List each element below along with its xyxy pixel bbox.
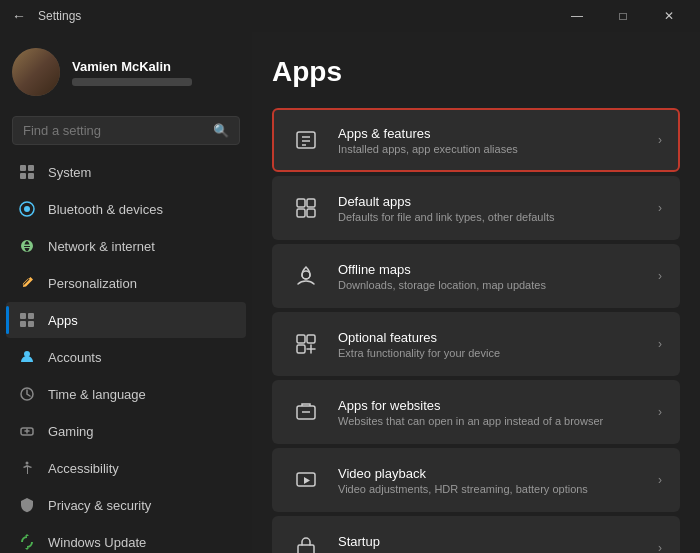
default-apps-desc: Defaults for file and link types, other … — [338, 211, 642, 223]
sidebar-item-apps[interactable]: Apps — [6, 302, 246, 338]
close-button[interactable]: ✕ — [646, 0, 692, 32]
network-icon — [18, 237, 36, 255]
time-icon — [18, 385, 36, 403]
user-info: Vamien McKalin — [72, 59, 192, 86]
personalization-icon — [18, 274, 36, 292]
sidebar-item-bluetooth[interactable]: Bluetooth & devices — [6, 191, 246, 227]
svg-marker-31 — [304, 477, 310, 484]
maximize-button[interactable]: □ — [600, 0, 646, 32]
video-playback-icon — [290, 464, 322, 496]
apps-websites-chevron: › — [658, 405, 662, 419]
svg-rect-7 — [28, 313, 34, 319]
setting-item-startup[interactable]: Startup Apps that start automatically wh… — [272, 516, 680, 553]
user-name: Vamien McKalin — [72, 59, 192, 74]
content-area: Apps Apps & features Installed apps, app… — [252, 32, 700, 553]
setting-text-startup: Startup Apps that start automatically wh… — [338, 534, 642, 554]
setting-item-video-playback[interactable]: Video playback Video adjustments, HDR st… — [272, 448, 680, 512]
privacy-icon — [18, 496, 36, 514]
gaming-icon — [18, 422, 36, 440]
svg-rect-2 — [20, 173, 26, 179]
sidebar-item-update[interactable]: Windows Update — [6, 524, 246, 553]
setting-text-apps-features: Apps & features Installed apps, app exec… — [338, 126, 642, 155]
user-email — [72, 78, 192, 86]
nav-list: System Bluetooth & devices Network & int… — [0, 153, 252, 553]
sidebar-item-label-system: System — [48, 165, 91, 180]
search-icon: 🔍 — [213, 123, 229, 138]
apps-features-desc: Installed apps, app execution aliases — [338, 143, 642, 155]
video-playback-name: Video playback — [338, 466, 642, 481]
setting-text-video-playback: Video playback Video adjustments, HDR st… — [338, 466, 642, 495]
startup-name: Startup — [338, 534, 642, 549]
search-box[interactable]: 🔍 — [12, 116, 240, 145]
sidebar: Vamien McKalin 🔍 System Bluetooth & devi… — [0, 32, 252, 553]
page-title: Apps — [272, 56, 680, 88]
offline-maps-desc: Downloads, storage location, map updates — [338, 279, 642, 291]
apps-features-name: Apps & features — [338, 126, 642, 141]
optional-features-name: Optional features — [338, 330, 642, 345]
avatar-image — [12, 48, 60, 96]
sidebar-item-label-apps: Apps — [48, 313, 78, 328]
sidebar-item-gaming[interactable]: Gaming — [6, 413, 246, 449]
sidebar-item-personalization[interactable]: Personalization — [6, 265, 246, 301]
sidebar-item-label-accounts: Accounts — [48, 350, 101, 365]
svg-rect-6 — [20, 313, 26, 319]
optional-features-icon — [290, 328, 322, 360]
back-button[interactable]: ← — [8, 4, 30, 28]
svg-rect-9 — [28, 321, 34, 327]
accounts-icon — [18, 348, 36, 366]
default-apps-icon — [290, 192, 322, 224]
sidebar-item-label-personalization: Personalization — [48, 276, 137, 291]
sidebar-item-label-privacy: Privacy & security — [48, 498, 151, 513]
sidebar-item-accessibility[interactable]: Accessibility — [6, 450, 246, 486]
setting-item-optional-features[interactable]: Optional features Extra functionality fo… — [272, 312, 680, 376]
apps-websites-icon — [290, 396, 322, 428]
sidebar-item-privacy[interactable]: Privacy & security — [6, 487, 246, 523]
sidebar-item-label-update: Windows Update — [48, 535, 146, 550]
offline-maps-icon — [290, 260, 322, 292]
startup-chevron: › — [658, 541, 662, 553]
sidebar-item-accounts[interactable]: Accounts — [6, 339, 246, 375]
setting-item-default-apps[interactable]: Default apps Defaults for file and link … — [272, 176, 680, 240]
svg-point-5 — [24, 206, 30, 212]
setting-item-apps-websites[interactable]: Apps for websites Websites that can open… — [272, 380, 680, 444]
svg-point-13 — [26, 462, 29, 465]
svg-rect-23 — [297, 335, 305, 343]
system-icon — [18, 163, 36, 181]
svg-rect-0 — [20, 165, 26, 171]
sidebar-item-system[interactable]: System — [6, 154, 246, 190]
minimize-button[interactable]: — — [554, 0, 600, 32]
accessibility-icon — [18, 459, 36, 477]
apps-websites-desc: Websites that can open in an app instead… — [338, 415, 642, 427]
apps-websites-name: Apps for websites — [338, 398, 642, 413]
sidebar-item-label-accessibility: Accessibility — [48, 461, 119, 476]
setting-text-apps-websites: Apps for websites Websites that can open… — [338, 398, 642, 427]
sidebar-item-time[interactable]: Time & language — [6, 376, 246, 412]
svg-rect-25 — [297, 345, 305, 353]
sidebar-item-label-bluetooth: Bluetooth & devices — [48, 202, 163, 217]
svg-rect-18 — [297, 199, 305, 207]
setting-text-optional-features: Optional features Extra functionality fo… — [338, 330, 642, 359]
app-body: Vamien McKalin 🔍 System Bluetooth & devi… — [0, 32, 700, 553]
title-bar-left: ← Settings — [8, 4, 81, 28]
sidebar-item-label-network: Network & internet — [48, 239, 155, 254]
svg-rect-20 — [297, 209, 305, 217]
svg-rect-24 — [307, 335, 315, 343]
optional-features-desc: Extra functionality for your device — [338, 347, 642, 359]
default-apps-name: Default apps — [338, 194, 642, 209]
search-input[interactable] — [23, 123, 205, 138]
video-playback-chevron: › — [658, 473, 662, 487]
optional-features-chevron: › — [658, 337, 662, 351]
apps-features-icon — [290, 124, 322, 156]
setting-text-offline-maps: Offline maps Downloads, storage location… — [338, 262, 642, 291]
svg-rect-3 — [28, 173, 34, 179]
setting-item-offline-maps[interactable]: Offline maps Downloads, storage location… — [272, 244, 680, 308]
bluetooth-icon — [18, 200, 36, 218]
default-apps-chevron: › — [658, 201, 662, 215]
title-bar-controls: — □ ✕ — [554, 0, 692, 32]
setting-text-default-apps: Default apps Defaults for file and link … — [338, 194, 642, 223]
update-icon — [18, 533, 36, 551]
offline-maps-chevron: › — [658, 269, 662, 283]
user-profile[interactable]: Vamien McKalin — [0, 32, 252, 112]
setting-item-apps-features[interactable]: Apps & features Installed apps, app exec… — [272, 108, 680, 172]
sidebar-item-network[interactable]: Network & internet — [6, 228, 246, 264]
